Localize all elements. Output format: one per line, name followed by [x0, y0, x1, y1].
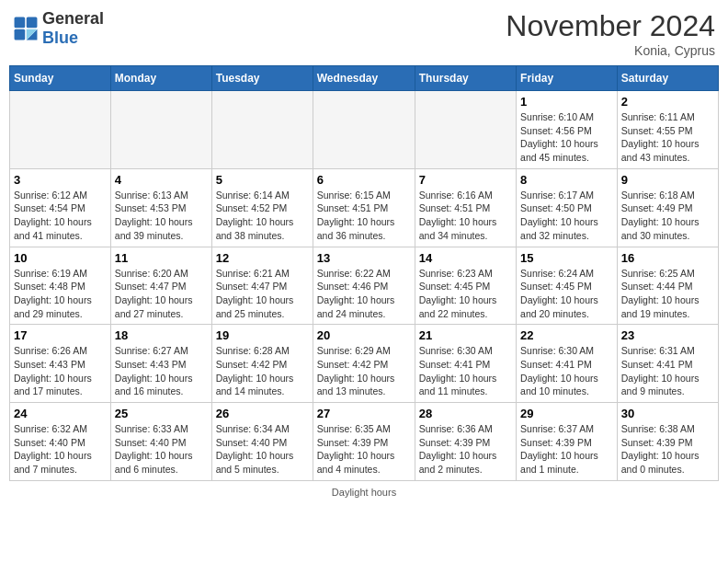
day-number: 27 [317, 407, 411, 420]
calendar-week-row: 10Sunrise: 6:19 AM Sunset: 4:48 PM Dayli… [10, 247, 719, 325]
calendar-day-cell: 21Sunrise: 6:30 AM Sunset: 4:41 PM Dayli… [415, 325, 516, 403]
calendar-day-cell [415, 91, 516, 169]
calendar-week-row: 3Sunrise: 6:12 AM Sunset: 4:54 PM Daylig… [10, 168, 719, 247]
day-number: 13 [317, 251, 411, 265]
location: Konia, Cyprus [506, 43, 715, 58]
calendar-day-cell: 17Sunrise: 6:26 AM Sunset: 4:43 PM Dayli… [10, 325, 111, 403]
calendar-day-cell: 9Sunrise: 6:18 AM Sunset: 4:49 PM Daylig… [617, 168, 718, 247]
calendar-day-cell: 28Sunrise: 6:36 AM Sunset: 4:39 PM Dayli… [415, 403, 516, 481]
calendar-day-header: Saturday [617, 66, 718, 91]
day-info: Sunrise: 6:24 AM Sunset: 4:45 PM Dayligh… [520, 267, 613, 321]
day-number: 25 [115, 407, 208, 420]
day-info: Sunrise: 6:34 AM Sunset: 4:40 PM Dayligh… [216, 422, 309, 477]
footer: Daylight hours [9, 487, 719, 498]
calendar-day-header: Sunday [10, 66, 111, 91]
calendar-day-cell: 14Sunrise: 6:23 AM Sunset: 4:45 PM Dayli… [415, 247, 516, 325]
calendar-day-header: Wednesday [313, 66, 415, 91]
day-info: Sunrise: 6:17 AM Sunset: 4:50 PM Dayligh… [520, 189, 613, 243]
calendar-day-cell [110, 91, 211, 169]
calendar-day-cell: 6Sunrise: 6:15 AM Sunset: 4:51 PM Daylig… [313, 168, 415, 247]
day-number: 30 [621, 407, 714, 420]
day-info: Sunrise: 6:36 AM Sunset: 4:39 PM Dayligh… [419, 422, 512, 477]
day-info: Sunrise: 6:19 AM Sunset: 4:48 PM Dayligh… [14, 267, 107, 321]
svg-rect-1 [27, 17, 38, 29]
day-number: 5 [216, 173, 309, 187]
calendar-day-cell: 5Sunrise: 6:14 AM Sunset: 4:52 PM Daylig… [211, 168, 313, 247]
day-info: Sunrise: 6:13 AM Sunset: 4:53 PM Dayligh… [115, 189, 208, 243]
day-info: Sunrise: 6:16 AM Sunset: 4:51 PM Dayligh… [419, 189, 512, 243]
calendar-week-row: 24Sunrise: 6:32 AM Sunset: 4:40 PM Dayli… [10, 403, 719, 481]
day-info: Sunrise: 6:29 AM Sunset: 4:42 PM Dayligh… [317, 344, 411, 398]
calendar-day-cell: 29Sunrise: 6:37 AM Sunset: 4:39 PM Dayli… [517, 403, 618, 481]
calendar-day-cell: 4Sunrise: 6:13 AM Sunset: 4:53 PM Daylig… [110, 168, 211, 247]
logo-text: General Blue [42, 9, 104, 48]
logo-general: General [42, 9, 104, 28]
svg-rect-2 [15, 29, 26, 40]
calendar-day-cell: 11Sunrise: 6:20 AM Sunset: 4:47 PM Dayli… [110, 247, 211, 325]
day-info: Sunrise: 6:18 AM Sunset: 4:49 PM Dayligh… [621, 189, 714, 243]
day-number: 26 [216, 407, 309, 420]
calendar-day-cell [313, 91, 415, 169]
svg-rect-0 [15, 17, 26, 29]
calendar-day-cell: 3Sunrise: 6:12 AM Sunset: 4:54 PM Daylig… [10, 168, 111, 247]
day-info: Sunrise: 6:32 AM Sunset: 4:40 PM Dayligh… [14, 422, 107, 477]
day-number: 10 [14, 251, 107, 265]
logo: General Blue [13, 9, 104, 48]
calendar-day-cell: 25Sunrise: 6:33 AM Sunset: 4:40 PM Dayli… [110, 403, 211, 481]
day-info: Sunrise: 6:22 AM Sunset: 4:46 PM Dayligh… [317, 267, 411, 321]
calendar-week-row: 1Sunrise: 6:10 AM Sunset: 4:56 PM Daylig… [10, 91, 719, 169]
day-number: 4 [115, 173, 208, 187]
day-number: 21 [419, 328, 512, 342]
page-header: General Blue November 2024 Konia, Cyprus [9, 9, 719, 58]
day-info: Sunrise: 6:20 AM Sunset: 4:47 PM Dayligh… [115, 267, 208, 321]
day-number: 15 [520, 251, 613, 265]
calendar-day-cell: 7Sunrise: 6:16 AM Sunset: 4:51 PM Daylig… [415, 168, 516, 247]
day-info: Sunrise: 6:23 AM Sunset: 4:45 PM Dayligh… [419, 267, 512, 321]
calendar-day-cell: 19Sunrise: 6:28 AM Sunset: 4:42 PM Dayli… [211, 325, 313, 403]
day-info: Sunrise: 6:33 AM Sunset: 4:40 PM Dayligh… [115, 422, 208, 477]
calendar-week-row: 17Sunrise: 6:26 AM Sunset: 4:43 PM Dayli… [10, 325, 719, 403]
day-number: 7 [419, 173, 512, 187]
day-number: 23 [621, 328, 714, 342]
calendar-day-cell: 16Sunrise: 6:25 AM Sunset: 4:44 PM Dayli… [617, 247, 718, 325]
calendar-day-cell: 27Sunrise: 6:35 AM Sunset: 4:39 PM Dayli… [313, 403, 415, 481]
calendar-day-cell [10, 91, 111, 169]
day-number: 28 [419, 407, 512, 420]
day-number: 20 [317, 328, 411, 342]
day-number: 29 [520, 407, 613, 420]
day-info: Sunrise: 6:26 AM Sunset: 4:43 PM Dayligh… [14, 344, 107, 398]
calendar-day-cell: 26Sunrise: 6:34 AM Sunset: 4:40 PM Dayli… [211, 403, 313, 481]
day-number: 8 [520, 173, 613, 187]
calendar-day-header: Thursday [415, 66, 516, 91]
day-number: 6 [317, 173, 411, 187]
calendar-day-cell: 2Sunrise: 6:11 AM Sunset: 4:55 PM Daylig… [617, 91, 718, 169]
day-number: 16 [621, 251, 714, 265]
day-info: Sunrise: 6:35 AM Sunset: 4:39 PM Dayligh… [317, 422, 411, 477]
day-number: 18 [115, 328, 208, 342]
calendar-day-header: Friday [517, 66, 618, 91]
calendar-day-header: Monday [110, 66, 211, 91]
day-number: 14 [419, 251, 512, 265]
day-number: 11 [115, 251, 208, 265]
logo-icon [13, 16, 39, 41]
day-info: Sunrise: 6:15 AM Sunset: 4:51 PM Dayligh… [317, 189, 411, 243]
title-block: November 2024 Konia, Cyprus [506, 9, 715, 58]
day-number: 1 [520, 95, 613, 109]
calendar-day-cell: 20Sunrise: 6:29 AM Sunset: 4:42 PM Dayli… [313, 325, 415, 403]
day-info: Sunrise: 6:12 AM Sunset: 4:54 PM Dayligh… [14, 189, 107, 243]
day-number: 2 [621, 95, 714, 109]
day-info: Sunrise: 6:10 AM Sunset: 4:56 PM Dayligh… [520, 110, 613, 165]
day-number: 3 [14, 173, 107, 187]
calendar-day-header: Tuesday [211, 66, 313, 91]
calendar-day-cell: 10Sunrise: 6:19 AM Sunset: 4:48 PM Dayli… [10, 247, 111, 325]
logo-blue: Blue [42, 29, 78, 47]
day-number: 22 [520, 328, 613, 342]
day-info: Sunrise: 6:30 AM Sunset: 4:41 PM Dayligh… [520, 344, 613, 398]
calendar-day-cell [211, 91, 313, 169]
calendar-day-cell: 30Sunrise: 6:38 AM Sunset: 4:39 PM Dayli… [617, 403, 718, 481]
day-info: Sunrise: 6:38 AM Sunset: 4:39 PM Dayligh… [621, 422, 714, 477]
day-info: Sunrise: 6:27 AM Sunset: 4:43 PM Dayligh… [115, 344, 208, 398]
calendar-header-row: SundayMondayTuesdayWednesdayThursdayFrid… [10, 66, 719, 91]
calendar-day-cell: 15Sunrise: 6:24 AM Sunset: 4:45 PM Dayli… [517, 247, 618, 325]
calendar-table: SundayMondayTuesdayWednesdayThursdayFrid… [9, 65, 719, 481]
